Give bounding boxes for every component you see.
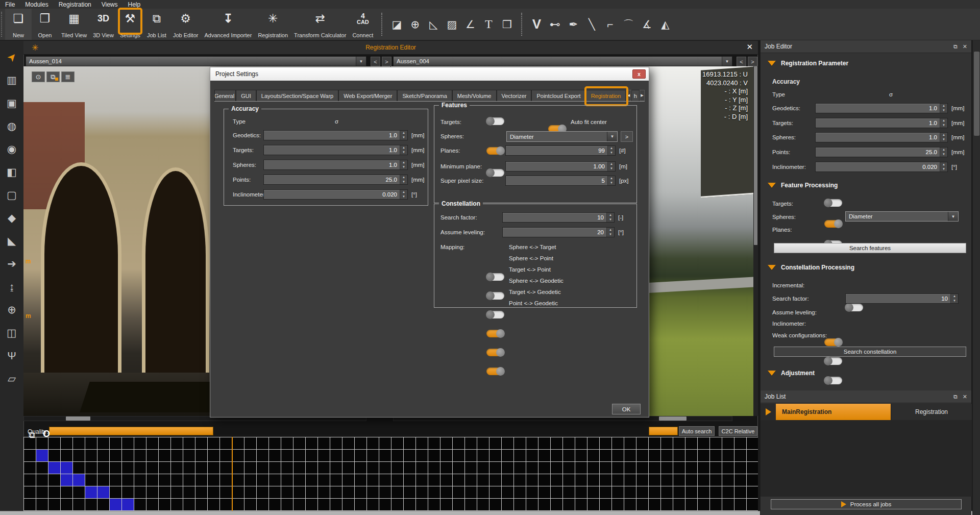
c2c-relative-button[interactable]: C2C Relative [719, 426, 757, 436]
feature-processing-section[interactable]: Feature Processing [768, 182, 838, 189]
matrix-cell-blue[interactable] [110, 499, 121, 510]
spin-up-icon[interactable]: ▲ [607, 228, 614, 232]
select-tool-icon[interactable]: ➤ [5, 50, 19, 64]
matrix-cell-blue[interactable] [48, 462, 60, 474]
tiled-view-button[interactable]: ▦ Tiled View [58, 9, 90, 40]
matrix-cell-blue[interactable] [61, 462, 72, 474]
planes-count-spinbox[interactable]: 99▲▼ [505, 145, 616, 156]
spin-up-icon[interactable]: ▲ [400, 175, 407, 180]
text-icon[interactable]: T [479, 17, 498, 31]
right-pane-hscroll-thumb[interactable] [659, 416, 687, 421]
cubes-tool-icon[interactable]: ▣ [7, 97, 17, 108]
levels-tool-icon[interactable]: ▥ [7, 74, 17, 85]
je-points-spinbox[interactable]: 25.0▲▼ [815, 147, 948, 157]
process-all-jobs-button[interactable]: Process all jobs [771, 499, 962, 509]
spin-up-icon[interactable]: ▲ [940, 104, 947, 108]
assume-leveling-spinbox[interactable]: 20▲▼ [502, 227, 615, 237]
search-factor-spinbox[interactable]: 10▲▼ [502, 212, 615, 223]
tab-registration[interactable]: Registration [586, 90, 626, 101]
tab-gui[interactable]: GUI [236, 90, 256, 101]
matrix-cell-blue[interactable] [97, 486, 109, 498]
spin-up-icon[interactable]: ▲ [400, 131, 407, 135]
tab-pointcloud-export[interactable]: Pointcloud Export [531, 90, 585, 101]
right-scan-prev-button[interactable]: < [737, 57, 746, 66]
je-inclinometer-spinbox[interactable]: 0.020▲▼ [815, 162, 948, 172]
registration-button[interactable]: ✳ Registration [255, 9, 291, 40]
mapping-point-geodetic-toggle[interactable] [486, 367, 504, 375]
inclinometer-spinbox[interactable]: 0.020▲▼ [263, 189, 408, 200]
area-icon[interactable]: ◭ [656, 18, 674, 31]
settings-button[interactable]: ⚒ Settings [117, 9, 143, 40]
menu-modules[interactable]: Modules [20, 1, 53, 8]
dock-vscrollbar[interactable] [972, 40, 980, 515]
hatch-icon[interactable]: ▨ [443, 18, 461, 31]
float-panel-icon[interactable]: ⧉ [953, 43, 958, 50]
search-constellation-button[interactable]: Search constellation [774, 347, 966, 357]
spin-up-icon[interactable]: ▲ [940, 162, 947, 167]
fp-spheres-toggle[interactable] [824, 220, 842, 228]
spin-down-icon[interactable]: ▼ [608, 181, 615, 185]
eye-icon[interactable]: ⊙ [32, 71, 45, 82]
plumb-tool-icon[interactable]: ↨ [9, 281, 15, 292]
tab-layouts[interactable]: Layouts/Section/Space Warp [256, 90, 338, 101]
fp-targets-toggle[interactable] [824, 199, 842, 207]
3d-view-button[interactable]: 3D 3D View [90, 9, 117, 40]
menu-file[interactable]: File [0, 1, 20, 8]
spin-up-icon[interactable]: ▲ [940, 148, 947, 152]
left-scan-combo[interactable]: Aussen_014 ▼ [26, 56, 366, 66]
spheres-spinbox[interactable]: 1.0▲▼ [263, 160, 408, 170]
line-icon[interactable]: ⊷ [546, 18, 564, 31]
new-button[interactable]: ❏ New [5, 9, 32, 40]
spin-up-icon[interactable]: ▲ [607, 213, 614, 217]
corner-icon[interactable]: ⌐ [601, 18, 619, 31]
spin-down-icon[interactable]: ▼ [940, 167, 947, 171]
je-geodetics-spinbox[interactable]: 1.0▲▼ [815, 103, 948, 113]
menu-views[interactable]: Views [96, 1, 123, 8]
tab-scroll-left-icon[interactable]: ◀ [626, 90, 631, 101]
search-features-button[interactable]: Search features [774, 243, 966, 253]
registration-editor-close-icon[interactable]: ✕ [746, 42, 753, 52]
matrix-cell-blue[interactable] [61, 474, 72, 486]
tab-general[interactable]: General [214, 90, 236, 101]
point-tool-icon[interactable]: ⊕ [7, 304, 16, 315]
angle-measure-icon[interactable]: ∡ [638, 18, 656, 31]
editor-vscroll-thumb[interactable] [754, 66, 757, 245]
branch-tool-icon[interactable]: Ψ [7, 350, 16, 361]
menu-help[interactable]: Help [123, 1, 146, 8]
cp-incremental-toggle[interactable] [845, 304, 863, 311]
cp-search-factor-spinbox[interactable]: 10▲▼ [845, 293, 959, 304]
cp-weak-configurations-toggle[interactable] [824, 377, 842, 384]
tab-overflow[interactable]: h [631, 90, 640, 101]
job-tab-mainregistration[interactable]: MainRegistration [776, 404, 891, 420]
spin-up-icon[interactable]: ▲ [608, 146, 615, 151]
spin-up-icon[interactable]: ▲ [400, 190, 407, 194]
box-tool-icon[interactable]: ◧ [7, 166, 17, 177]
set-square-icon[interactable]: ◺ [424, 18, 443, 31]
matrix-circle-icon[interactable]: O [43, 429, 50, 439]
cp-assume-leveling-toggle[interactable] [824, 338, 842, 346]
spin-down-icon[interactable]: ▼ [400, 180, 407, 184]
minimum-plane-spinbox[interactable]: 1.00▲▼ [505, 161, 616, 171]
tab-vectorizer[interactable]: Vectorizer [497, 90, 532, 101]
spin-down-icon[interactable]: ▼ [400, 135, 407, 140]
matrix-cell-blue[interactable] [36, 450, 48, 461]
spin-down-icon[interactable]: ▼ [400, 150, 407, 155]
spin-down-icon[interactable]: ▼ [400, 194, 407, 199]
matrix-window-icon[interactable]: ⧉ [29, 430, 35, 440]
ok-button[interactable]: OK [612, 404, 641, 414]
bookmark-tool-icon[interactable]: ◆ [8, 212, 16, 223]
spin-down-icon[interactable]: ▼ [940, 152, 947, 157]
close-panel-icon[interactable]: ✕ [963, 394, 967, 400]
spin-up-icon[interactable]: ▲ [940, 118, 947, 123]
transform-calculator-button[interactable]: ⇄ Transform Calculator [291, 9, 349, 40]
je-spheres-spinbox[interactable]: 1.0▲▼ [815, 132, 948, 142]
left-scan-prev-button[interactable]: < [371, 57, 380, 66]
cp-inclinometer-toggle[interactable] [824, 357, 842, 365]
features-planes-toggle[interactable] [486, 169, 504, 177]
spin-down-icon[interactable]: ▼ [608, 151, 615, 155]
mapping-sphere-geodetic-toggle[interactable] [486, 330, 504, 337]
right-scan-next-button[interactable]: > [748, 57, 757, 66]
spin-up-icon[interactable]: ▲ [951, 294, 958, 299]
spin-up-icon[interactable]: ▲ [608, 162, 615, 166]
pen-icon[interactable]: ✒ [564, 18, 582, 31]
